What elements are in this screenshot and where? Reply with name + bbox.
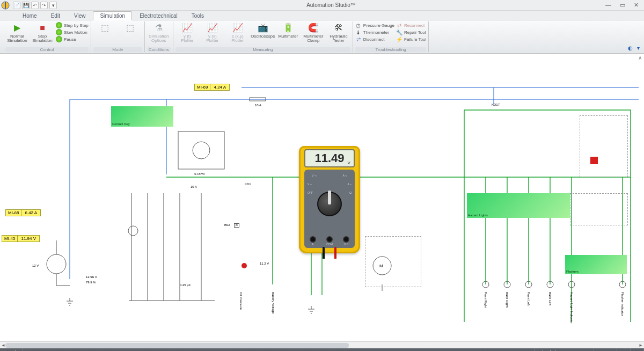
disconnect-button[interactable]: ⇌Disconnect bbox=[355, 36, 394, 42]
multimeter-clamp-button[interactable]: 🧲Multimeter Clamp bbox=[302, 22, 325, 43]
mode-icon-2: ⬚ bbox=[125, 22, 136, 34]
help-dropdown-icon[interactable]: ▾ bbox=[637, 45, 640, 51]
yt-icon: 📈 bbox=[181, 22, 193, 34]
svg-point-12 bbox=[241, 263, 247, 268]
mode-icon-1: ⬚ bbox=[99, 22, 111, 34]
menu-tabs: Home Edit View Simulation Electrotechnic… bbox=[0, 11, 644, 20]
tab-electro[interactable]: Electrotechnical bbox=[133, 12, 184, 20]
highlight-flashers[interactable]: Flashers bbox=[565, 255, 627, 274]
highlight-contact-key[interactable]: Contact Key bbox=[111, 106, 173, 127]
thermometer-icon: 🌡 bbox=[355, 29, 362, 35]
osc-label: Oscilloscope bbox=[251, 34, 275, 39]
contact-key-label: Contact Key bbox=[112, 122, 130, 126]
stop-simulation-button[interactable]: ■ Stop Simulation bbox=[31, 22, 54, 43]
hydraulic-tester-button[interactable]: 🛠Hydraulic Tester bbox=[327, 22, 350, 43]
multimeter-icon: 🔋 bbox=[282, 22, 294, 34]
thermometer-button[interactable]: 🌡Thermometer bbox=[355, 29, 394, 35]
yx-plotter-button[interactable]: 📈y (x) Plotter bbox=[201, 22, 224, 43]
help-icon[interactable]: ◐ bbox=[628, 45, 633, 51]
yx-icon: 📈 bbox=[207, 22, 218, 34]
yx-label: y (x) Plotter bbox=[206, 34, 218, 43]
minimize-button[interactable]: — bbox=[605, 2, 611, 9]
mi45-value: 11.94 V bbox=[18, 235, 40, 242]
tab-home[interactable]: Home bbox=[16, 12, 43, 20]
measurement-mi45[interactable]: MI-45 11.94 V bbox=[2, 235, 40, 242]
mm-label: Multimeter bbox=[278, 34, 298, 39]
fuse2-label: 10 A bbox=[191, 185, 197, 188]
stop-icon: ■ bbox=[36, 22, 48, 34]
yt-plotter-button[interactable]: 📈y (t) Plotter bbox=[175, 22, 199, 43]
mode-button-1[interactable]: ⬚ bbox=[93, 22, 117, 34]
lamp2-label: Back Right bbox=[506, 292, 509, 308]
tab-view[interactable]: View bbox=[68, 12, 92, 20]
qat-btn-1[interactable]: 📄 bbox=[13, 2, 20, 9]
lamp1-label: Front Right bbox=[484, 292, 487, 308]
reconnect-button[interactable]: ⇄Reconnect bbox=[396, 22, 426, 28]
status-pace: Simulation Pace: 10 ms bbox=[535, 348, 595, 351]
maximize-button[interactable]: ▭ bbox=[620, 2, 625, 9]
qat-btn-3[interactable]: ↶ bbox=[31, 2, 39, 9]
alt-pct-label: 79.9 % bbox=[86, 281, 96, 284]
clamp-label: Multimeter Clamp bbox=[303, 34, 323, 43]
zxy-plotter-button[interactable]: 📈z (x,y) Plotter bbox=[226, 22, 250, 43]
tab-tools[interactable]: Tools bbox=[185, 12, 210, 20]
highlight-hazard-lights[interactable]: Hazard Lights bbox=[467, 193, 570, 218]
mm-port-vohm-label: V Ω bbox=[343, 243, 349, 246]
ribbon-group-troubleshooting: ◴Pressure Gauge 🌡Thermometer ⇌Disconnect… bbox=[353, 21, 429, 52]
multimeter-display: 11.49 V bbox=[304, 149, 355, 167]
disconnect-icon: ⇌ bbox=[355, 36, 362, 42]
measurement-mi68[interactable]: MI-68 6.42 A bbox=[5, 209, 41, 216]
mm-lead-red[interactable] bbox=[334, 247, 336, 259]
failure-label: Failure Tool bbox=[404, 37, 426, 42]
mi68-name: MI-68 bbox=[5, 209, 21, 216]
qat-btn-5[interactable]: ▾ bbox=[49, 2, 57, 9]
oscilloscope-icon: 📺 bbox=[257, 22, 269, 34]
mm-port-a[interactable] bbox=[310, 236, 316, 243]
step-by-step-button[interactable]: Step by Step bbox=[56, 22, 89, 28]
repair-tool-button[interactable]: 🔧Repair Tool bbox=[396, 29, 426, 35]
mode-button-2[interactable]: ⬚ bbox=[119, 22, 142, 34]
alt-voltage-label: 12.96 V bbox=[86, 275, 97, 279]
pause-button[interactable]: Pause bbox=[56, 36, 89, 42]
multimeter-instrument[interactable]: 11.49 V OFF V ⎓ V ∿ A ∿ A ⎓ Ω A bbox=[299, 146, 360, 253]
oil-label: Oil Pressure bbox=[239, 292, 243, 310]
qat-btn-2[interactable]: 💾 bbox=[22, 2, 30, 9]
svg-rect-2 bbox=[178, 131, 224, 169]
kd1-label: KD1 bbox=[245, 182, 251, 186]
slow-motion-button[interactable]: Slow Motion bbox=[56, 29, 89, 35]
measurement-mi69[interactable]: MI-69 4.24 A bbox=[194, 84, 230, 91]
horizontal-scrollbar[interactable]: ◄ ► bbox=[0, 341, 644, 348]
scroll-thumb[interactable] bbox=[5, 343, 349, 348]
status-zoom[interactable]: 21.7% bbox=[594, 348, 617, 351]
tab-edit[interactable]: Edit bbox=[45, 12, 67, 20]
schematic-canvas[interactable]: MI-69 4.24 A MI-68 6.42 A MI-45 11.94 V … bbox=[0, 54, 644, 341]
multimeter-button[interactable]: 🔋Multimeter bbox=[276, 22, 300, 39]
zxy-icon: 📈 bbox=[232, 22, 244, 34]
mm-port-com[interactable] bbox=[326, 236, 333, 243]
scroll-right-arrow[interactable]: ► bbox=[638, 342, 644, 349]
svg-point-3 bbox=[193, 142, 210, 159]
oscilloscope-button[interactable]: 📺Oscilloscope bbox=[251, 22, 275, 39]
mm-port-a-label: A bbox=[310, 243, 316, 246]
pressure-label: Pressure Gauge bbox=[363, 23, 394, 28]
step-label: Step by Step bbox=[64, 23, 89, 28]
mm-lead-black[interactable] bbox=[323, 247, 325, 259]
gauge-icon: ◴ bbox=[355, 22, 362, 28]
failure-tool-button[interactable]: ⚡Failure Tool bbox=[396, 36, 426, 42]
multimeter-dial[interactable] bbox=[317, 192, 342, 216]
mm-port-vohm[interactable] bbox=[343, 236, 349, 243]
step-icon bbox=[56, 22, 62, 28]
simulation-options-button[interactable]: ⚗ Simulation Options bbox=[147, 22, 171, 43]
qat-btn-4[interactable]: ↷ bbox=[40, 2, 48, 9]
stop-simulation-label: Stop Simulation bbox=[32, 34, 52, 43]
close-button[interactable]: ✕ bbox=[634, 2, 639, 9]
thermo-label: Thermometer bbox=[363, 30, 389, 35]
tab-simulation[interactable]: Simulation bbox=[93, 11, 132, 20]
svg-point-1 bbox=[47, 254, 66, 274]
pressure-gauge-button[interactable]: ◴Pressure Gauge bbox=[355, 22, 394, 28]
failure-icon: ⚡ bbox=[396, 36, 402, 42]
slow-icon bbox=[56, 29, 62, 35]
ribbon: ▶ Normal Simulation ■ Stop Simulation St… bbox=[0, 20, 644, 54]
status-zoom-out[interactable]: ⊖ bbox=[617, 348, 631, 351]
normal-simulation-button[interactable]: ▶ Normal Simulation bbox=[5, 22, 29, 43]
